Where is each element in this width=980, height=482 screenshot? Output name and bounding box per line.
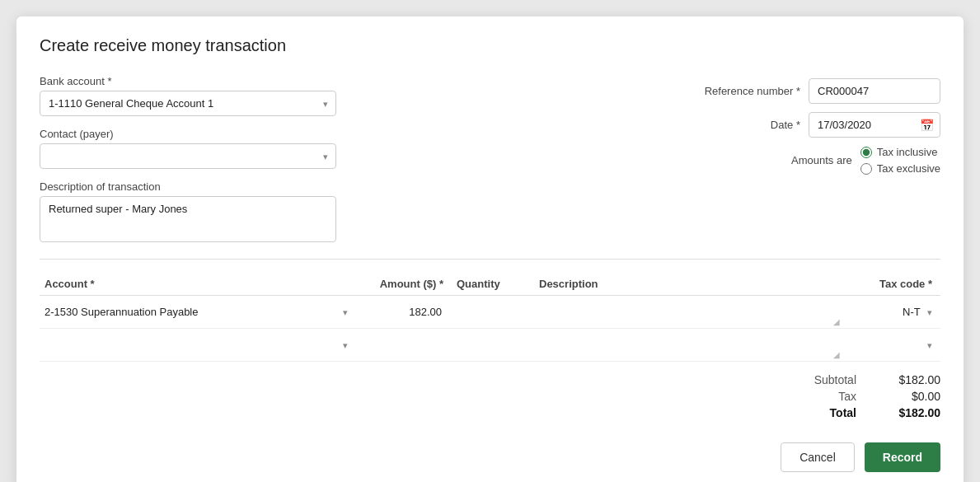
form-divider [40,259,940,260]
row2-quantity-input[interactable] [457,339,529,351]
table-row: 2-1530 Superannuation Payable ▾ ◢ N-T ▾ [40,296,940,329]
row2-description-textarea[interactable] [539,333,837,358]
date-wrapper: 📅 [809,112,940,138]
row1-description-textarea[interactable] [539,300,837,325]
tax-inclusive-label: Tax inclusive [877,146,938,158]
tax-inclusive-radio[interactable] [860,147,872,158]
contact-select[interactable] [40,143,336,169]
row2-description-cell: ◢ [534,329,842,361]
row1-taxcode-cell: N-T ▾ [842,296,940,328]
row1-quantity-cell [452,296,534,328]
total-label: Total [790,406,856,419]
amounts-are-label: Amounts are [745,154,852,166]
bank-account-select[interactable]: 1-1110 General Cheque Account 1 [40,91,336,116]
col-taxcode-header: Tax code * [842,278,940,290]
reference-row: Reference number * [693,78,940,104]
tax-exclusive-option: Tax exclusive [860,162,940,175]
row2-taxcode-wrapper: ▾ [846,339,935,351]
row1-taxcode-wrapper: N-T ▾ [846,306,935,318]
row1-taxcode-select[interactable]: N-T [903,306,935,318]
subtotal-row: Subtotal $182.00 [790,373,940,386]
row1-description-cell: ◢ [534,296,842,328]
col-account-header: Account * [40,278,353,290]
total-value: $182.00 [883,406,940,419]
form-left: Bank account * 1-1110 General Cheque Acc… [40,75,353,242]
cancel-button[interactable]: Cancel [781,442,855,472]
record-button[interactable]: Record [865,442,940,472]
amounts-are-row: Amounts are Tax inclusive Tax exclusive [745,146,940,175]
row2-taxcode-cell: ▾ [842,329,940,361]
row1-amount-cell [353,296,452,328]
tax-value: $0.00 [883,390,940,403]
bank-account-select-wrapper: 1-1110 General Cheque Account 1 ▾ [40,91,336,116]
col-amount-header: Amount ($) * [353,278,452,290]
tax-inclusive-option: Tax inclusive [860,146,940,158]
tax-options: Tax inclusive Tax exclusive [860,146,940,175]
tax-exclusive-radio[interactable] [860,163,872,175]
total-row: Total $182.00 [790,406,940,419]
subtotal-value: $182.00 [883,373,940,386]
row2-amount-input[interactable] [358,339,447,351]
footer: Cancel Record [40,442,940,472]
col-quantity-header: Quantity [452,278,534,290]
row1-account-select[interactable]: 2-1530 Superannuation Payable [45,306,348,318]
page-title: Create receive money transaction [40,36,940,55]
row1-quantity-input[interactable] [457,306,529,318]
date-row: Date * 📅 [693,112,940,138]
line-items-table: Account * Amount ($) * Quantity Descript… [40,273,940,362]
description-textarea[interactable]: Returned super - Mary Jones [40,196,336,242]
contact-select-wrapper: ▾ [40,143,336,169]
row2-resize-handle-icon: ◢ [833,351,840,359]
description-label: Description of transaction [40,180,353,193]
reference-label: Reference number * [693,85,800,97]
bank-account-label: Bank account * [40,75,353,87]
row1-account-cell: 2-1530 Superannuation Payable ▾ [40,296,353,328]
subtotal-label: Subtotal [790,373,856,386]
contact-field: Contact (payer) ▾ [40,128,353,169]
col-description-header: Description [534,278,842,290]
tax-exclusive-label: Tax exclusive [877,162,940,175]
tax-label: Tax [790,390,856,403]
row1-amount-input[interactable] [358,306,447,318]
row2-quantity-cell [452,329,534,361]
contact-label: Contact (payer) [40,128,353,140]
table-header: Account * Amount ($) * Quantity Descript… [40,273,940,296]
tax-row: Tax $0.00 [790,390,940,403]
form-right: Reference number * Date * 📅 Amounts are … [693,75,940,175]
table-row-empty: ▾ ◢ ▾ [40,329,940,362]
date-input[interactable] [809,112,940,138]
row2-account-cell: ▾ [40,329,353,361]
form-top-section: Bank account * 1-1110 General Cheque Acc… [40,75,940,242]
bank-account-field: Bank account * 1-1110 General Cheque Acc… [40,75,353,116]
reference-input[interactable] [809,78,940,104]
resize-handle-icon: ◢ [833,318,840,326]
description-field: Description of transaction Returned supe… [40,180,353,242]
date-label: Date * [693,119,800,131]
row2-account-select[interactable] [45,339,348,351]
row2-amount-cell [353,329,452,361]
modal-create-receive-money: Create receive money transaction Bank ac… [16,16,964,482]
row2-taxcode-select[interactable] [921,339,935,351]
totals-section: Subtotal $182.00 Tax $0.00 Total $182.00 [40,373,940,419]
